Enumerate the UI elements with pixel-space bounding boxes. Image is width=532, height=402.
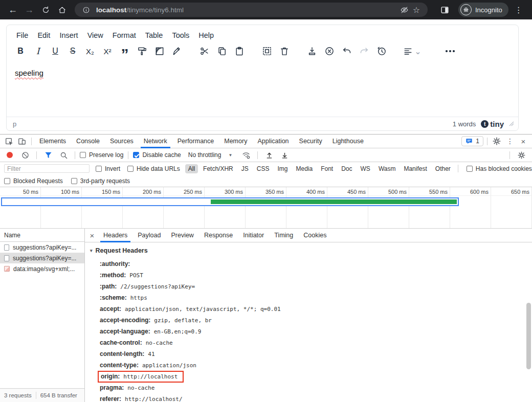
- editor-menu-item[interactable]: Edit: [33, 28, 55, 42]
- record-icon[interactable]: [7, 152, 13, 158]
- device-toolbar-icon[interactable]: [15, 135, 29, 148]
- invert-checkbox[interactable]: Invert: [96, 165, 120, 172]
- editor-menu-item[interactable]: Format: [108, 28, 141, 42]
- tab[interactable]: Console: [71, 135, 105, 148]
- header-line[interactable]: cache-control: no-cache: [100, 337, 532, 348]
- header-line[interactable]: :scheme: https: [100, 292, 532, 303]
- backcolor-button[interactable]: [134, 43, 151, 59]
- header-line[interactable]: :path: /2/suggestions?apiKey=: [100, 281, 532, 292]
- filter-input[interactable]: [4, 164, 90, 173]
- import-har-icon[interactable]: [262, 148, 276, 162]
- clear-icon[interactable]: [18, 148, 32, 162]
- copy-button[interactable]: [213, 43, 231, 59]
- save-button[interactable]: [303, 43, 321, 59]
- header-line[interactable]: :method: POST: [100, 270, 532, 281]
- request-row[interactable]: suggestions?apiKey=...: [0, 253, 84, 263]
- remove-button[interactable]: [276, 43, 293, 59]
- checkbox[interactable]: [4, 178, 10, 184]
- vertical-scrollbar[interactable]: [526, 303, 531, 369]
- network-conditions-icon[interactable]: [239, 148, 253, 162]
- resize-handle-icon[interactable]: [509, 121, 514, 126]
- editor-menu-item[interactable]: Table: [141, 28, 168, 42]
- page-info-icon[interactable]: [80, 4, 92, 16]
- request-type-filter[interactable]: Font: [318, 164, 336, 173]
- header-line[interactable]: pragma: no-cache: [100, 382, 532, 393]
- tiny-branding[interactable]: t tiny: [481, 120, 504, 128]
- preserve-log-checkbox[interactable]: Preserve log: [80, 151, 123, 159]
- superscript-button[interactable]: X²: [99, 43, 116, 59]
- throttling-dropdown[interactable]: No throttling ▼: [188, 151, 233, 159]
- italic-button[interactable]: I: [29, 43, 47, 59]
- strikethrough-button[interactable]: S: [64, 43, 81, 59]
- checkbox[interactable]: [80, 152, 86, 158]
- filter-icon[interactable]: [41, 148, 55, 162]
- checkbox[interactable]: [127, 166, 134, 172]
- redo-button[interactable]: [356, 43, 373, 59]
- tab[interactable]: Sources: [105, 135, 139, 148]
- permanent-pen-button[interactable]: [168, 43, 186, 59]
- issues-badge[interactable]: 1: [461, 136, 483, 146]
- devtools-menu-icon[interactable]: ⋮: [503, 135, 517, 148]
- has-blocked-cookies-checkbox[interactable]: Has blocked cookies: [467, 165, 532, 172]
- cancel-button[interactable]: [321, 43, 338, 59]
- request-type-filter[interactable]: Manifest: [401, 164, 430, 173]
- select-all-button[interactable]: [258, 43, 276, 59]
- request-row[interactable]: suggestions?apiKey=...: [0, 242, 84, 253]
- tab[interactable]: Timing: [269, 229, 298, 242]
- side-panel-icon[interactable]: [437, 2, 452, 17]
- checkbox[interactable]: [133, 152, 139, 158]
- reload-icon[interactable]: [38, 2, 53, 17]
- tab[interactable]: Security: [294, 135, 327, 148]
- close-detail-icon[interactable]: ×: [86, 229, 98, 242]
- blockquote-button[interactable]: ”: [116, 43, 134, 59]
- header-line[interactable]: origin: http://localhost: [100, 371, 532, 382]
- request-type-filter[interactable]: Media: [293, 164, 316, 173]
- header-line[interactable]: accept-language: en-GB,en;q=0.9: [100, 326, 532, 337]
- image-button[interactable]: [151, 43, 168, 59]
- restore-draft-button[interactable]: [373, 43, 390, 59]
- misspelled-word[interactable]: speeling: [15, 69, 43, 77]
- network-settings-gear-icon[interactable]: [515, 148, 528, 162]
- tab[interactable]: Preview: [166, 229, 198, 242]
- editor-menu-item[interactable]: Help: [194, 28, 218, 42]
- tab[interactable]: Network: [139, 135, 172, 148]
- tab[interactable]: Initiator: [238, 229, 269, 242]
- editor-menu-item[interactable]: File: [12, 28, 33, 42]
- tab[interactable]: Elements: [34, 135, 71, 148]
- request-type-filter[interactable]: CSS: [254, 164, 273, 173]
- subscript-button[interactable]: X₂: [81, 43, 99, 59]
- request-type-filter[interactable]: Doc: [338, 164, 355, 173]
- bookmark-star-icon[interactable]: ☆: [410, 4, 423, 16]
- tab[interactable]: Memory: [219, 135, 252, 148]
- tab[interactable]: Cookies: [298, 229, 331, 242]
- header-line[interactable]: content-type: application/json: [100, 360, 532, 371]
- request-type-filter[interactable]: JS: [238, 164, 252, 173]
- timeline-selection-window[interactable]: [1, 197, 459, 206]
- search-icon[interactable]: [57, 148, 70, 162]
- request-type-filter[interactable]: All: [185, 164, 198, 173]
- request-type-filter[interactable]: Img: [274, 164, 291, 173]
- more-button[interactable]: [441, 43, 459, 59]
- tab[interactable]: Response: [199, 229, 238, 242]
- settings-gear-icon[interactable]: [490, 135, 503, 148]
- export-har-icon[interactable]: [278, 148, 291, 162]
- editor-menu-item[interactable]: Tools: [167, 28, 194, 42]
- request-row[interactable]: data:image/svg+xml;...: [0, 263, 84, 274]
- element-path[interactable]: p: [13, 120, 16, 128]
- header-line[interactable]: content-length: 41: [100, 348, 532, 360]
- inspect-element-icon[interactable]: [2, 135, 15, 148]
- tab[interactable]: Payload: [132, 229, 166, 242]
- request-type-filter[interactable]: Other: [432, 164, 454, 173]
- request-headers-section[interactable]: ▾ Request Headers: [90, 247, 532, 254]
- undo-button[interactable]: [338, 43, 356, 59]
- eye-slash-icon[interactable]: [398, 4, 410, 16]
- editor-menu-item[interactable]: View: [83, 28, 108, 42]
- checkbox[interactable]: [71, 178, 77, 184]
- paste-button[interactable]: [231, 43, 248, 59]
- hide-data-urls-checkbox[interactable]: Hide data URLs: [127, 165, 180, 172]
- cut-button[interactable]: [196, 43, 213, 59]
- forward-icon[interactable]: →: [21, 2, 37, 17]
- header-line[interactable]: referer: http://localhost/: [100, 393, 532, 402]
- align-button[interactable]: ⌄: [401, 43, 424, 59]
- underline-button[interactable]: U: [47, 43, 64, 59]
